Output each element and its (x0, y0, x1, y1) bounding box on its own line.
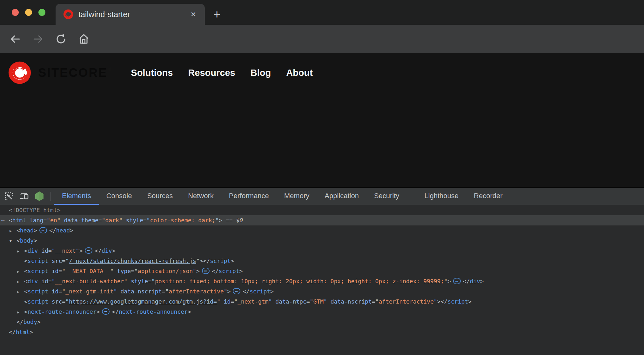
devtools-tab-application[interactable]: Application (317, 188, 366, 205)
dom-token: </ (17, 318, 23, 325)
dom-token: </ (212, 268, 219, 274)
dom-token: style (131, 278, 148, 285)
dom-tree-row[interactable]: ▶<head>⋯</head> (0, 225, 644, 236)
inspect-element-button[interactable] (3, 188, 15, 205)
dom-token: _next-gtm (238, 298, 269, 305)
devtools-tab-lighthouse[interactable]: Lighthouse (417, 188, 466, 205)
dom-token: __NEXT_DATA__ (65, 268, 110, 274)
collapse-arrow-icon[interactable]: ▼ (10, 236, 17, 246)
dom-token: < (24, 247, 28, 254)
dom-token: =" (148, 278, 155, 285)
page-header: SITECORE® SolutionsResourcesBlogAbout (8, 61, 644, 84)
close-window-button[interactable] (12, 9, 19, 16)
forward-arrow-icon (32, 33, 44, 45)
dom-tree-row[interactable]: ▶<div id="__next">⋯</div> (0, 246, 644, 256)
dom-token: id (41, 278, 48, 285)
dom-token: application/json (138, 268, 193, 274)
dom-token: en (50, 217, 57, 224)
dom-token: " (217, 298, 224, 305)
dom-token: < (24, 268, 28, 274)
devtools-tab-elements[interactable]: Elements (54, 188, 99, 205)
dom-tree-row[interactable]: ▶<script id="__NEXT_DATA__" type="applic… (0, 266, 644, 276)
dom-tree-row[interactable]: ▶<div id="__next-build-watcher" style="p… (0, 276, 644, 286)
dom-token: "> (444, 278, 451, 285)
dom-token: next-route-announcer (119, 308, 188, 315)
dom-tree-row[interactable]: ▶<next-route-announcer>⋯</next-route-ann… (0, 307, 644, 317)
toggle-device-toolbar-button[interactable] (18, 188, 30, 205)
dom-token: =" (372, 298, 379, 305)
dom-token: > (70, 227, 73, 234)
dom-token: <!DOCTYPE html> (9, 207, 61, 213)
nav-item-blog[interactable]: Blog (251, 68, 271, 78)
dom-tree-row[interactable]: <!DOCTYPE html> (0, 205, 644, 215)
inline-expand-button[interactable]: ⋯ (202, 268, 210, 274)
dom-token: script (28, 258, 48, 264)
dom-tree-row[interactable]: </html> (0, 327, 644, 337)
dom-token (48, 268, 52, 274)
expand-arrow-icon[interactable]: ▶ (17, 246, 24, 257)
dom-token: "> (215, 217, 222, 224)
browser-tab[interactable]: tailwind-starter × (56, 4, 205, 25)
new-tab-button[interactable]: + (210, 7, 224, 22)
maximize-window-button[interactable] (38, 9, 45, 16)
inline-expand-button[interactable]: ⋯ (233, 288, 240, 294)
inline-expand-button[interactable]: ⋯ (102, 308, 110, 315)
devtools-tab-recorder[interactable]: Recorder (466, 188, 510, 205)
home-button[interactable] (76, 31, 91, 47)
expand-arrow-icon[interactable]: ▶ (17, 267, 24, 277)
dom-token: id (224, 298, 231, 305)
dom-token: =" (98, 217, 105, 224)
minimize-window-button[interactable] (25, 9, 32, 16)
dom-token: > (239, 268, 243, 274)
devtools-tab-console[interactable]: Console (99, 188, 140, 205)
extension-button[interactable] (33, 188, 46, 205)
inline-expand-button[interactable]: ⋯ (39, 227, 47, 233)
dom-tree-row[interactable]: ⋯<html lang="en" data-theme="dark" style… (0, 215, 644, 225)
dom-tree-row[interactable]: ▶<script id="_next-gtm-init" data-nscrip… (0, 286, 644, 297)
expand-arrow-icon[interactable]: ▶ (10, 226, 17, 236)
expand-arrow-icon[interactable]: ▶ (17, 307, 24, 318)
devtools-toolbar: ElementsConsoleSourcesNetworkPerformance… (0, 187, 644, 205)
dom-token: > (112, 247, 116, 254)
dom-tree-row[interactable]: </body> (0, 317, 644, 327)
close-tab-icon[interactable]: × (190, 10, 197, 19)
dom-token (48, 298, 52, 305)
dom-token: color-scheme: dark; (150, 217, 215, 224)
back-button[interactable] (8, 31, 23, 47)
expand-arrow-icon[interactable]: ▶ (17, 277, 24, 287)
dom-token: src (52, 258, 62, 264)
devtools-tab-security[interactable]: Security (366, 188, 407, 205)
dom-token: "> (193, 268, 200, 274)
dom-token: </ (463, 278, 470, 285)
dom-token: " (119, 217, 126, 224)
traffic-lights (12, 9, 45, 16)
dom-token: " (114, 288, 121, 295)
reload-button[interactable] (53, 31, 69, 47)
nav-item-solutions[interactable]: Solutions (131, 68, 173, 78)
dom-token: < (24, 288, 28, 295)
sitecore-logo[interactable]: SITECORE® (8, 61, 112, 84)
dom-token: > (270, 288, 274, 295)
dom-token: _next-gtm-init (65, 288, 114, 295)
inline-expand-button[interactable]: ⋯ (453, 278, 461, 284)
dom-token: " (110, 268, 117, 274)
dom-token: "> (76, 247, 83, 254)
expand-arrow-icon[interactable]: ▶ (17, 287, 24, 297)
devtools-tab-network[interactable]: Network (180, 188, 221, 205)
devtools-tab-performance[interactable]: Performance (221, 188, 277, 205)
dom-tree-row[interactable]: <script src="https://www.googletagmanage… (0, 297, 644, 307)
dom-token: src (52, 298, 62, 305)
inline-expand-button[interactable]: ⋯ (85, 247, 92, 254)
dom-tree: <!DOCTYPE html>⋯<html lang="en" data-the… (0, 205, 644, 355)
forward-button[interactable] (30, 31, 46, 47)
dom-token: afterInteractive (379, 298, 433, 305)
dom-tree-row[interactable]: <script src="/_next/static/chunks/react-… (0, 256, 644, 266)
nav-item-about[interactable]: About (286, 68, 313, 78)
dom-tree-row[interactable]: ▼<body> (0, 236, 644, 246)
dom-token: > (34, 237, 37, 244)
nav-item-resources[interactable]: Resources (188, 68, 235, 78)
dom-token: > (468, 298, 472, 305)
devtools-tab-sources[interactable]: Sources (139, 188, 180, 205)
browser-window: tailwind-starter × + (0, 0, 644, 355)
devtools-tab-memory[interactable]: Memory (277, 188, 317, 205)
